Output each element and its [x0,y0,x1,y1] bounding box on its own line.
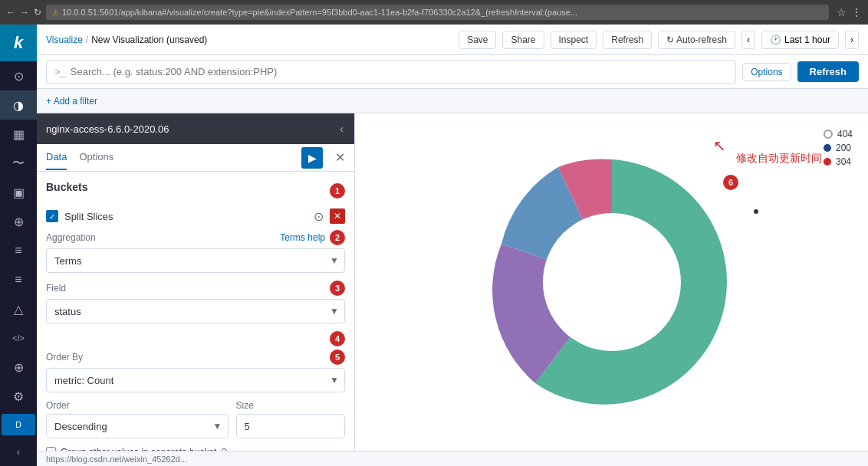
sidebar-item-devtools[interactable]: </> [0,323,37,353]
order-label: Order [46,400,229,411]
buckets-title: Buckets [46,181,87,193]
index-header-actions: ‹ [338,121,345,136]
split-slices-checkbox[interactable]: ✓ [46,210,58,222]
run-button[interactable]: ▶ [301,147,323,169]
legend-dot-404 [824,130,833,139]
time-nav-prev[interactable]: ‹ [741,31,755,49]
share-button[interactable]: Share [502,31,544,49]
split-slices-item: ✓ Split Slices ⊙ ✕ [46,208,345,224]
sidebar-item-logs[interactable]: ≡ [0,265,37,294]
sidebar-item-apm[interactable]: △ [0,294,37,323]
legend-item-200: 200 [824,143,853,153]
top-nav-actions: Save Share Inspect Refresh ↻ Auto-refres… [459,31,859,49]
order-select[interactable]: Descending [46,414,229,438]
browser-bar: ← → ↻ ⚠ 10.0.0.51:5601/app/kibana#/visua… [0,0,868,25]
legend-item-304: 304 [824,156,853,167]
collapse-button[interactable]: ‹ [0,438,37,466]
aggregation-row: Aggregation Terms help 2 [46,230,345,273]
size-input[interactable] [236,414,346,438]
sidebar-bottom: D ‹ [0,411,37,466]
search-input[interactable] [71,66,728,77]
sidebar-item-visualize[interactable]: ◑ [0,90,37,120]
timelion-icon: 〜 [12,156,25,172]
apm-icon: △ [14,302,23,317]
checkbox-check: ✓ [49,212,55,221]
browser-bookmark[interactable]: ☆ [837,6,847,18]
aggregation-label-row: Aggregation Terms help 2 [46,230,345,245]
legend-label-304: 304 [836,156,851,167]
search-wrapper: >_ [46,60,736,84]
close-button[interactable]: ✕ [335,150,345,165]
sidebar-item-management[interactable]: ⚙ [0,382,37,411]
management-icon: ⚙ [13,389,24,404]
status-url: https://blog.csdn.net/weixin_45262d... [46,455,187,464]
sidebar-item-dashboard[interactable]: ▦ [0,120,37,149]
field-select[interactable]: status [46,299,345,323]
order-by-row: Order By 5 metric: Count ▼ [46,350,345,392]
field-row: Field 3 status ▼ [46,281,345,323]
sidebar-item-ml[interactable]: ⊕ [0,207,37,236]
kibana-k: k [14,33,23,53]
time-picker[interactable]: 🕐 Last 1 hour [761,31,839,49]
monitoring-icon: ⊕ [14,360,24,375]
sidebar-item-canvas[interactable]: ▣ [0,178,37,207]
save-button[interactable]: Save [459,31,496,49]
tab-options[interactable]: Options [79,145,113,170]
delete-bucket-button[interactable]: ✕ [330,208,345,224]
legend-dot-200 [824,144,831,152]
ml-icon: ⊕ [14,215,24,229]
toggle-button[interactable]: ⊙ [314,209,324,224]
sidebar-item-discover[interactable]: ⊙ [0,61,37,90]
options-button[interactable]: Options [742,63,791,81]
panel-collapse-btn[interactable]: ‹ [338,121,345,136]
browser-menu[interactable]: ⋮ [851,6,862,18]
order-by-select[interactable]: metric: Count [46,368,345,392]
annotation-5: 5 [330,350,345,365]
refresh-main-button[interactable]: Refresh [797,61,859,82]
browser-refresh[interactable]: ↻ [34,7,41,18]
top-nav: Visualize / New Visualization (unsaved) … [37,25,868,55]
terms-help-wrapper: Terms help 2 [280,230,345,245]
kibana-logo: k [0,25,37,61]
aggregation-select[interactable]: Terms [46,248,345,273]
breadcrumb-current: New Visualization (unsaved) [91,34,207,45]
annotation-3: 3 [330,281,345,296]
legend-label-200: 200 [836,143,851,153]
sidebar-item-timelion[interactable]: 〜 [0,149,37,178]
default-space-button[interactable]: D [2,414,35,435]
sidebar-item-monitoring[interactable]: ⊕ [0,353,37,382]
app-wrapper: ← → ↻ ⚠ 10.0.0.51:5601/app/kibana#/visua… [0,0,868,466]
terms-help-link[interactable]: Terms help [280,232,325,243]
annotation-4: 4 [330,331,345,346]
browser-back[interactable]: ← [6,7,15,18]
index-header: nginx-access-6.6.0-2020.06 ‹ [37,113,354,144]
auto-refresh-button[interactable]: ↻ Auto-refresh [658,31,735,49]
legend-dot-304 [824,158,831,166]
legend-label-404: 404 [837,129,853,139]
split-slices-label: Split Slices [64,211,113,222]
order-by-label: Order By [46,352,83,363]
sidebar-item-infra[interactable]: ≡ [0,236,37,265]
panel-tabs: Data Options ▶ ✕ [37,144,354,172]
inspect-button[interactable]: Inspect [551,31,597,49]
content-area: Visualize / New Visualization (unsaved) … [37,25,868,466]
refresh-button[interactable]: Refresh [603,31,652,49]
donut-chart [474,144,750,420]
breadcrumb-visualize[interactable]: Visualize [46,34,83,45]
canvas-icon: ▣ [13,185,25,200]
browser-forward[interactable]: → [20,7,29,18]
donut-hole [543,213,681,351]
size-col: Size [236,400,346,438]
breadcrumb: Visualize / New Visualization (unsaved) [46,34,207,45]
left-panel: nginx-access-6.6.0-2020.06 ‹ Data Option… [37,113,355,451]
field-label-row: Field 3 [46,281,345,296]
annotation-1: 1 [330,183,345,199]
time-nav-next[interactable]: › [845,31,859,49]
add-filter-button[interactable]: + Add a filter [46,96,97,107]
chart-legend: 404 200 304 [824,129,853,167]
refresh-icon: ↻ [666,34,674,45]
panel-content: Buckets 1 ✓ Split Slices ⊙ [37,172,354,451]
size-label: Size [236,400,346,411]
tab-data[interactable]: Data [46,145,67,170]
cursor-dot [754,209,758,214]
